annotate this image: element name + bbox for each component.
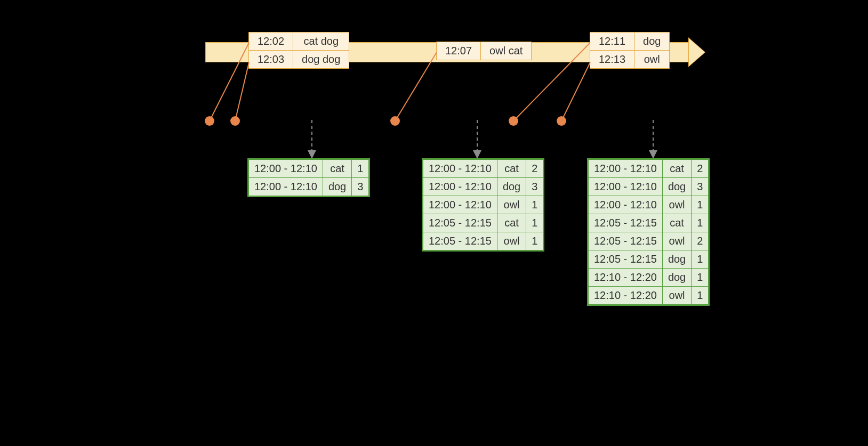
count-cell: 2: [526, 160, 543, 178]
window-cell: 12:00 - 12:10: [249, 178, 323, 196]
window-cell: 12:10 - 12:20: [589, 269, 663, 287]
window-cell: 12:00 - 12:10: [423, 160, 497, 178]
connector-dot: [205, 116, 214, 126]
event-time: 12:02: [249, 33, 293, 51]
table-row: 12:03 dog dog: [249, 51, 349, 69]
word-cell: cat: [497, 160, 526, 178]
table-row: 12:05 - 12:15 cat 1: [589, 214, 709, 232]
svg-line-2: [395, 52, 437, 121]
connector-dot: [557, 116, 566, 126]
event-table-3: 12:11 dog 12:13 owl: [590, 32, 670, 69]
count-cell: 1: [692, 287, 709, 305]
table-row: 12:00 - 12:10 cat 2: [589, 160, 709, 178]
word-cell: dog: [497, 178, 526, 196]
table-row: 12:05 - 12:15 owl 1: [423, 232, 543, 250]
dashed-arrow-icon: [473, 120, 481, 159]
count-cell: 2: [692, 232, 709, 250]
window-cell: 12:00 - 12:10: [423, 196, 497, 214]
window-cell: 12:05 - 12:15: [423, 214, 497, 232]
word-cell: cat: [323, 160, 351, 178]
result-table-2: 12:00 - 12:10 cat 2 12:00 - 12:10 dog 3 …: [423, 159, 543, 250]
timeline-arrow-head: [689, 37, 704, 67]
window-cell: 12:05 - 12:15: [589, 214, 663, 232]
count-cell: 1: [692, 196, 709, 214]
word-cell: owl: [497, 196, 526, 214]
table-row: 12:05 - 12:15 owl 2: [589, 232, 709, 250]
window-cell: 12:00 - 12:10: [423, 178, 497, 196]
count-cell: 1: [692, 269, 709, 287]
word-cell: cat: [497, 214, 526, 232]
table-row: 12:00 - 12:10 owl 1: [423, 196, 543, 214]
svg-marker-10: [649, 150, 657, 159]
count-cell: 2: [692, 160, 709, 178]
count-cell: 1: [692, 250, 709, 269]
event-time: 12:11: [590, 33, 634, 51]
event-words: dog: [634, 33, 670, 51]
dashed-arrow-icon: [649, 120, 657, 159]
event-words: owl cat: [481, 42, 532, 60]
word-cell: owl: [497, 232, 526, 250]
connector-dot: [230, 116, 240, 126]
event-table-2: 12:07 owl cat: [436, 42, 532, 60]
table-row: 12:05 - 12:15 cat 1: [423, 214, 543, 232]
word-cell: dog: [662, 250, 691, 269]
event-time: 12:13: [590, 51, 634, 69]
connector-dot: [390, 116, 400, 126]
table-row: 12:10 - 12:20 dog 1: [589, 269, 709, 287]
event-time: 12:03: [249, 51, 293, 69]
table-row: 12:00 - 12:10 dog 3: [423, 178, 543, 196]
count-cell: 3: [692, 178, 709, 196]
window-cell: 12:05 - 12:15: [589, 232, 663, 250]
window-cell: 12:00 - 12:10: [589, 178, 663, 196]
count-cell: 1: [526, 214, 543, 232]
word-cell: dog: [662, 269, 691, 287]
window-cell: 12:00 - 12:10: [249, 160, 323, 178]
table-row: 12:00 - 12:10 cat 1: [249, 160, 369, 178]
word-cell: owl: [662, 287, 691, 305]
word-cell: cat: [662, 214, 691, 232]
event-words: dog dog: [293, 51, 349, 69]
table-row: 12:10 - 12:20 owl 1: [589, 287, 709, 305]
table-row: 12:11 dog: [590, 33, 670, 51]
count-cell: 1: [692, 214, 709, 232]
table-row: 12:13 owl: [590, 51, 670, 69]
window-cell: 12:00 - 12:10: [589, 160, 663, 178]
svg-marker-8: [473, 150, 481, 159]
table-row: 12:00 - 12:10 dog 3: [589, 178, 709, 196]
table-row: 12:00 - 12:10 dog 3: [249, 178, 369, 196]
event-words: cat dog: [293, 33, 349, 51]
svg-line-1: [235, 62, 249, 121]
event-table-1: 12:02 cat dog 12:03 dog dog: [248, 32, 349, 69]
count-cell: 3: [352, 178, 369, 196]
window-cell: 12:05 - 12:15: [423, 232, 497, 250]
dashed-arrow-icon: [308, 120, 316, 159]
table-row: 12:07 owl cat: [437, 42, 532, 60]
connector-dot: [509, 116, 518, 126]
count-cell: 1: [526, 232, 543, 250]
count-cell: 1: [352, 160, 369, 178]
table-row: 12:00 - 12:10 owl 1: [589, 196, 709, 214]
word-cell: cat: [662, 160, 691, 178]
word-cell: dog: [323, 178, 351, 196]
result-table-3: 12:00 - 12:10 cat 2 12:00 - 12:10 dog 3 …: [588, 159, 709, 305]
count-cell: 3: [526, 178, 543, 196]
word-cell: owl: [662, 196, 691, 214]
event-time: 12:07: [437, 42, 481, 60]
result-table-1: 12:00 - 12:10 cat 1 12:00 - 12:10 dog 3: [248, 159, 369, 196]
diagram: 12:02 cat dog 12:03 dog dog 12:07 owl ca…: [0, 0, 868, 446]
event-words: owl: [634, 51, 670, 69]
window-cell: 12:00 - 12:10: [589, 196, 663, 214]
window-cell: 12:10 - 12:20: [589, 287, 663, 305]
window-cell: 12:05 - 12:15: [589, 250, 663, 269]
word-cell: dog: [662, 178, 691, 196]
table-row: 12:05 - 12:15 dog 1: [589, 250, 709, 269]
svg-line-4: [561, 62, 590, 121]
table-row: 12:02 cat dog: [249, 33, 349, 51]
table-row: 12:00 - 12:10 cat 2: [423, 160, 543, 178]
count-cell: 1: [526, 196, 543, 214]
word-cell: owl: [662, 232, 691, 250]
svg-marker-6: [308, 150, 316, 159]
